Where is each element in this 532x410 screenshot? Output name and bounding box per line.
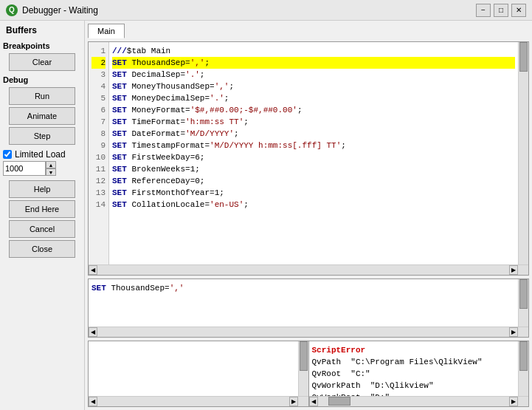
bottom-left-vscrollbar[interactable]: [298, 341, 308, 396]
buffers-label: Buffers: [3, 24, 81, 37]
code-line-10: SET FirstWeekDay=6;: [112, 151, 515, 163]
limited-load-spinner-row: ▲ ▼: [3, 161, 81, 176]
animate-button[interactable]: Animate: [9, 107, 75, 125]
bottom-right-scroll-left[interactable]: ◀: [309, 397, 318, 406]
limited-load-row: Limited Load: [3, 149, 81, 160]
bottom-right-line-2: QvRoot "C:": [312, 368, 516, 380]
limited-load-label: Limited Load: [15, 149, 66, 160]
clear-button[interactable]: Clear: [9, 53, 75, 71]
code-line-2: SET ThousandSep=',';: [112, 57, 515, 69]
tab-main[interactable]: Main: [88, 24, 125, 38]
expr-inner-wrap: SET ThousandSep=',': [89, 279, 528, 327]
code-vscrollbar-thumb[interactable]: [519, 42, 528, 72]
code-line-7: SET TimeFormat='h:mm:ss TT';: [112, 116, 515, 128]
code-hscroll-container: ◀ ▶: [89, 264, 528, 275]
code-scroll-right[interactable]: ▶: [509, 265, 518, 275]
code-line-13: SET FirstMonthOfYear=1;: [112, 187, 515, 199]
code-line-9: SET TimestampFormat='M/D/YYYY h:mm:ss[.f…: [112, 140, 515, 151]
code-content: ///$tab Main SET ThousandSep=','; SET De…: [109, 42, 518, 264]
tab-bar: Main: [88, 24, 529, 38]
help-button[interactable]: Help: [9, 180, 75, 198]
limited-load-input[interactable]: [3, 161, 46, 176]
spinner-up[interactable]: ▲: [46, 161, 56, 168]
bottom-right-hscrollbar-thumb[interactable]: [328, 397, 350, 406]
expr-hscroll-container: ◀ ▶: [89, 327, 528, 337]
line-num-8: 8: [91, 128, 106, 140]
line-num-3: 3: [91, 69, 106, 81]
spinner-down[interactable]: ▼: [46, 168, 56, 176]
main-content: Buffers Breakpoints Clear Debug Run Anim…: [0, 21, 532, 410]
sidebar: Buffers Breakpoints Clear Debug Run Anim…: [0, 21, 85, 410]
code-line-14: SET CollationLocale='en-US';: [112, 199, 515, 211]
close-button[interactable]: ✕: [511, 4, 526, 17]
expr-line: SET ThousandSep=',': [91, 282, 515, 294]
bottom-left-scroll-left[interactable]: ◀: [89, 397, 97, 406]
bottom-left-text: [89, 341, 298, 396]
app-icon: Q: [6, 4, 18, 16]
bottom-right-inner: ScriptError QvPath "C:\Program Files\Qli…: [309, 341, 529, 396]
code-line-12: SET ReferenceDay=0;: [112, 175, 515, 187]
line-num-7: 7: [91, 116, 106, 128]
bottom-left-hscrollbar[interactable]: [97, 397, 289, 406]
end-here-button[interactable]: End Here: [9, 200, 75, 218]
line-num-10: 10: [91, 151, 106, 163]
bottom-left-thumb[interactable]: [300, 341, 308, 371]
right-area: Main 1 2 3 4 5 6 7 8 9 10 11 12: [85, 21, 532, 410]
code-line-3: SET DecimalSep='.';: [112, 69, 515, 81]
line-num-1: 1: [91, 45, 106, 57]
bottom-left-panel: ◀ ▶: [88, 341, 309, 407]
bottom-left-inner: [89, 341, 308, 396]
code-line-5: SET MoneyDecimalSep='.';: [112, 92, 515, 104]
expr-vscrollbar-thumb[interactable]: [519, 279, 528, 309]
expr-hscrollbar[interactable]: [97, 327, 509, 337]
code-line-1: ///$tab Main: [112, 45, 515, 57]
line-num-5: 5: [91, 92, 106, 104]
code-inner: 1 2 3 4 5 6 7 8 9 10 11 12 13 14: [89, 42, 528, 264]
bottom-right-line-3: QvWorkPath "D:\Qlikview": [312, 380, 516, 392]
expr-scroll-left[interactable]: ◀: [89, 327, 97, 337]
bottom-right-line-1: QvPath "C:\Program Files\QlikView": [312, 356, 516, 368]
bottom-right-vscrollbar[interactable]: [518, 341, 528, 396]
line-numbers: 1 2 3 4 5 6 7 8 9 10 11 12 13 14: [89, 42, 109, 264]
minimize-button[interactable]: −: [476, 4, 491, 17]
title-left: Q Debugger - Waiting: [6, 4, 98, 16]
bottom-left-scroll-right[interactable]: ▶: [289, 397, 298, 406]
spinner-arrows: ▲ ▼: [46, 161, 56, 176]
line-num-2: 2: [91, 57, 106, 69]
bottom-right-scroll-corner: [518, 397, 528, 406]
bottom-left-hscroll: ◀ ▶: [89, 396, 308, 406]
script-error-label: ScriptError: [312, 344, 516, 356]
code-line-11: SET BrokenWeeks=1;: [112, 163, 515, 175]
bottom-right-hscrollbar[interactable]: [318, 397, 510, 406]
step-button[interactable]: Step: [9, 127, 75, 145]
code-vscrollbar[interactable]: [518, 42, 528, 264]
expr-scroll-right[interactable]: ▶: [509, 327, 518, 337]
maximize-button[interactable]: □: [494, 4, 508, 17]
code-scroll-left[interactable]: ◀: [89, 265, 97, 275]
cancel-button[interactable]: Cancel: [9, 220, 75, 238]
line-num-11: 11: [91, 163, 106, 175]
close-sidebar-button[interactable]: Close: [9, 240, 75, 258]
window-controls: − □ ✕: [476, 4, 526, 17]
code-panel: 1 2 3 4 5 6 7 8 9 10 11 12 13 14: [88, 41, 529, 276]
debug-label: Debug: [3, 75, 81, 84]
run-button[interactable]: Run: [9, 87, 75, 105]
bottom-right-scroll-right[interactable]: ▶: [509, 397, 518, 406]
code-hscrollbar[interactable]: [97, 265, 509, 275]
bottom-right-thumb[interactable]: [519, 341, 528, 371]
bottom-panels: ◀ ▶ ScriptError QvPath "C:\Program Files…: [88, 341, 529, 407]
expr-panel: SET ThousandSep=',' ◀ ▶: [88, 279, 529, 338]
expr-scroll-corner: [518, 327, 528, 337]
code-scroll-corner: [518, 265, 528, 275]
window-title: Debugger - Waiting: [22, 5, 98, 16]
code-line-6: SET MoneyFormat='$#,##0.00;-$#,##0.00';: [112, 104, 515, 116]
title-bar: Q Debugger - Waiting − □ ✕: [0, 0, 532, 21]
line-num-4: 4: [91, 81, 106, 92]
limited-load-checkbox[interactable]: [3, 150, 12, 159]
line-num-6: 6: [91, 104, 106, 116]
bottom-right-hscroll: ◀ ▶: [309, 396, 529, 406]
line-num-12: 12: [91, 175, 106, 187]
line-num-13: 13: [91, 187, 106, 199]
breakpoints-label: Breakpoints: [3, 41, 81, 50]
expr-vscrollbar[interactable]: [518, 279, 528, 327]
